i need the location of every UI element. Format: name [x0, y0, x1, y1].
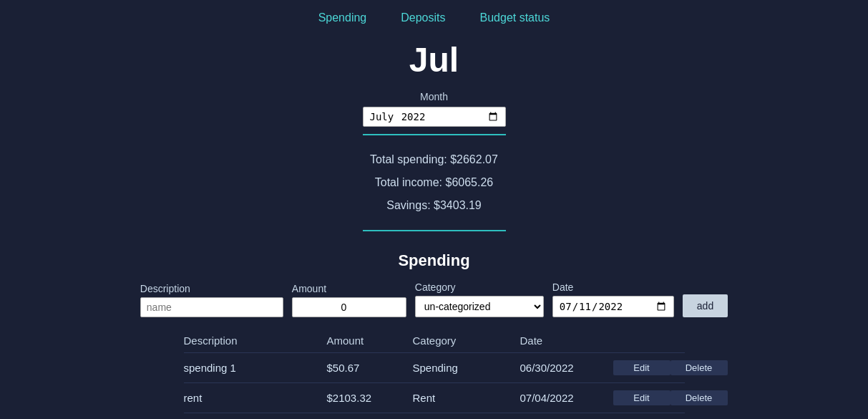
row-date: 07/04/2022 — [520, 392, 613, 404]
delete-button[interactable]: Delete — [670, 390, 728, 405]
row-category: Rent — [413, 392, 520, 404]
date-label: Date — [552, 281, 674, 293]
row-amount: $50.67 — [327, 362, 413, 374]
edit-button[interactable]: Edit — [613, 390, 670, 405]
savings: Savings: $3403.19 — [370, 194, 498, 217]
page-title: Jul — [409, 40, 459, 80]
col-date: Date — [520, 334, 613, 347]
amount-input[interactable] — [292, 297, 406, 317]
table-row: spending 1 $50.67 Spending 06/30/2022 Ed… — [184, 352, 685, 382]
bottom-divider — [363, 230, 506, 231]
amount-label: Amount — [292, 283, 406, 294]
description-input[interactable] — [140, 297, 283, 317]
col-amount: Amount — [327, 334, 413, 347]
table-row: Groceries $154.84 Groceries 07/06/2022 E… — [184, 413, 685, 419]
date-group: Date — [552, 281, 674, 317]
description-group: Description — [140, 283, 283, 317]
delete-button[interactable]: Delete — [670, 360, 728, 375]
description-label: Description — [140, 283, 283, 294]
spending-title: Spending — [398, 251, 469, 270]
total-spending: Total spending: $2662.07 — [370, 148, 498, 171]
row-description: rent — [184, 392, 327, 404]
table-row: rent $2103.32 Rent 07/04/2022 Edit Delet… — [184, 382, 685, 413]
category-select[interactable]: un-categorized Spending Rent Groceries U… — [415, 296, 544, 317]
row-date: 06/30/2022 — [520, 362, 613, 374]
add-button[interactable]: add — [683, 294, 728, 317]
date-input[interactable] — [552, 296, 674, 317]
spending-table: Description Amount Category Date spendin… — [184, 332, 685, 419]
amount-group: Amount — [292, 283, 406, 317]
col-category: Category — [413, 334, 520, 347]
main-content: Jul Month Total spending: $2662.07 Total… — [0, 33, 868, 419]
main-nav: Spending Deposits Budget status — [0, 0, 868, 33]
summary-section: Total spending: $2662.07 Total income: $… — [370, 148, 498, 217]
row-description: spending 1 — [184, 362, 327, 374]
nav-budget-status[interactable]: Budget status — [480, 11, 550, 24]
spending-form: Description Amount Category un-categoriz… — [140, 281, 728, 317]
category-label: Category — [415, 281, 544, 293]
col-delete — [670, 334, 728, 347]
row-amount: $2103.32 — [327, 392, 413, 404]
nav-deposits[interactable]: Deposits — [401, 11, 445, 24]
col-edit — [613, 334, 670, 347]
total-income: Total income: $6065.26 — [370, 171, 498, 194]
table-header: Description Amount Category Date — [184, 332, 685, 352]
month-label: Month — [420, 91, 448, 102]
month-input[interactable] — [363, 107, 506, 127]
edit-button[interactable]: Edit — [613, 360, 670, 375]
category-group: Category un-categorized Spending Rent Gr… — [415, 281, 544, 317]
top-divider — [363, 134, 506, 135]
col-description: Description — [184, 334, 327, 347]
nav-spending[interactable]: Spending — [318, 11, 367, 24]
row-category: Spending — [413, 362, 520, 374]
